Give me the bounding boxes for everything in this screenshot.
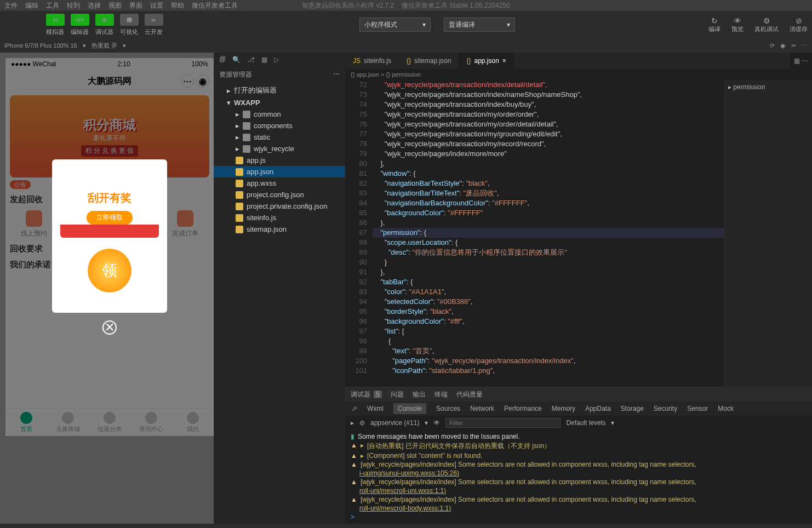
modal-overlay[interactable]: 刮开有奖 立即领取 领 ✕: [5, 58, 214, 436]
remote-debug-button[interactable]: ⚙真机调试: [754, 16, 779, 33]
dt-tab[interactable]: 代码质量: [456, 390, 483, 399]
toolbar: ▭模拟器 </>编辑器 ≡调试器 ▦可视化 ∞云开发 小程序模式▾ 普通编译▾ …: [0, 11, 812, 38]
toolbar-icon[interactable]: ⟳: [770, 42, 775, 49]
outline-pane: ▸ permission: [724, 80, 812, 387]
ext-icon[interactable]: ▦: [261, 56, 267, 64]
toolbar-icon[interactable]: ✂: [791, 42, 796, 49]
explorer-pane: 🗐 🔍 ⎇ ▦ ▷ 资源管理器⋯ ▸ 打开的编辑器 ▾ WXAPP ▸ comm…: [214, 53, 345, 524]
editor-tab-active[interactable]: {}app.json ×: [459, 53, 513, 69]
dt-tab[interactable]: 输出: [413, 390, 426, 399]
clear-icon[interactable]: ⊘: [359, 419, 365, 427]
run-icon[interactable]: ▷: [274, 56, 279, 64]
mode-select[interactable]: 小程序模式▾: [359, 18, 431, 32]
dt-panel[interactable]: Storage: [621, 405, 644, 412]
simulator-pane: ●●●●● WeChat 2:10 100% 大鹏源码网 ⋯ ◉ 积分商城 豪礼…: [0, 53, 214, 524]
tree-file[interactable]: sitemap.json: [214, 223, 345, 235]
tree-folder[interactable]: ▸ components: [214, 120, 345, 131]
tree-file[interactable]: app.wxss: [214, 177, 345, 189]
device-select[interactable]: iPhone 6/7/8 Plus 100% 16: [4, 42, 77, 49]
tree-file[interactable]: app.js: [214, 154, 345, 166]
close-icon[interactable]: ✕: [102, 320, 117, 335]
dt-panel[interactable]: Sensor: [687, 405, 708, 412]
close-tab-icon[interactable]: ×: [502, 57, 506, 65]
dt-panel[interactable]: Wxml: [367, 405, 384, 412]
dt-panel-active[interactable]: Console: [393, 403, 426, 414]
toolbar-icon[interactable]: ⋯: [802, 42, 808, 49]
context-select[interactable]: appservice (#11): [370, 419, 419, 427]
explorer-title: 资源管理器: [219, 70, 252, 79]
dt-panel[interactable]: AppData: [585, 405, 611, 412]
compile-select[interactable]: 普通编译▾: [444, 18, 515, 32]
dt-panel[interactable]: Mock: [718, 405, 734, 412]
tree-folder[interactable]: ▸ static: [214, 131, 345, 143]
tree-file-selected[interactable]: app.json: [214, 166, 345, 177]
files-icon[interactable]: 🗐: [219, 56, 226, 64]
dt-tab[interactable]: 问题: [391, 390, 404, 399]
devtools-pane: 调试器5 问题 输出 终端 代码质量 ⬀ Wxml Console Source…: [345, 387, 812, 524]
device-bar: iPhone 6/7/8 Plus 100% 16▾ 热重载 开▾ ⟳ ◉ ✂ …: [0, 38, 812, 53]
sidebar-toggle-icon[interactable]: ▸: [351, 419, 354, 427]
debugger-toggle[interactable]: ≡调试器: [92, 14, 117, 36]
visual-toggle[interactable]: ▦可视化: [117, 14, 141, 36]
coin-icon[interactable]: 领: [88, 249, 131, 292]
dt-panel[interactable]: Performance: [504, 405, 542, 412]
tree-root[interactable]: ▾ WXAPP: [214, 97, 345, 108]
popup: 刮开有奖 立即领取 领: [52, 159, 167, 313]
simulator-toggle[interactable]: ▭模拟器: [43, 14, 67, 36]
tree-open-editors[interactable]: ▸ 打开的编辑器: [214, 84, 345, 97]
preview-button[interactable]: 👁预览: [731, 16, 744, 33]
search-icon[interactable]: 🔍: [232, 56, 241, 64]
toolbar-icon[interactable]: ◉: [780, 42, 786, 49]
tree-file[interactable]: siteinfo.js: [214, 212, 345, 223]
dt-tab[interactable]: 调试器: [351, 390, 370, 399]
menubar: 文件 编辑 工具 转到 选择 视图 界面 设置 帮助 微信开发者工具 智惠废品回…: [0, 0, 812, 11]
tree-file[interactable]: project.private.config.json: [214, 200, 345, 212]
tree-folder[interactable]: ▸ common: [214, 108, 345, 120]
tree-file[interactable]: project.config.json: [214, 189, 345, 200]
console-output[interactable]: ▮Some messages have been moved to the Is…: [345, 430, 812, 524]
cloud-dev[interactable]: ∞云开发: [141, 14, 166, 36]
app-title: 智惠废品回收系统小程序 v2.7.2: [302, 2, 394, 9]
inspect-icon[interactable]: ⬀: [352, 405, 357, 412]
dt-tab[interactable]: 终端: [434, 390, 448, 399]
branch-icon[interactable]: ⎇: [247, 56, 255, 64]
compile-button[interactable]: ↻编译: [708, 16, 720, 33]
more-icon[interactable]: ⋯: [333, 70, 340, 79]
dt-panel[interactable]: Network: [470, 405, 494, 412]
editor-tab[interactable]: {}sitemap.json: [399, 53, 459, 69]
clear-cache-button[interactable]: ⊘清缓存: [790, 16, 808, 33]
dt-panel[interactable]: Sources: [436, 405, 460, 412]
popup-title: 刮开有奖: [88, 191, 131, 205]
phone-screen: ●●●●● WeChat 2:10 100% 大鹏源码网 ⋯ ◉ 积分商城 豪礼…: [5, 58, 214, 436]
breadcrumb[interactable]: {} app.json > {} permission: [351, 71, 421, 78]
filter-input[interactable]: [445, 418, 561, 428]
code-editor[interactable]: 7273747576777879808182838485868788899091…: [345, 80, 724, 387]
eye-icon[interactable]: 👁: [433, 419, 440, 427]
editor-tab[interactable]: JSsiteinfo.js: [345, 53, 399, 69]
ide-version: 微信开发者工具 Stable 1.05.2204250: [402, 2, 510, 9]
editor-pane: JSsiteinfo.js {}sitemap.json {}app.json …: [345, 53, 812, 387]
editor-toggle[interactable]: </>编辑器: [67, 14, 92, 36]
levels-select[interactable]: Default levels: [566, 419, 605, 427]
claim-button[interactable]: 立即领取: [87, 211, 133, 225]
dt-panel[interactable]: Memory: [552, 405, 575, 412]
tree-folder[interactable]: ▸ wjyk_recycle: [214, 143, 345, 154]
dt-panel[interactable]: Security: [654, 405, 677, 412]
hotreload-toggle[interactable]: 热重载 开: [92, 42, 117, 50]
